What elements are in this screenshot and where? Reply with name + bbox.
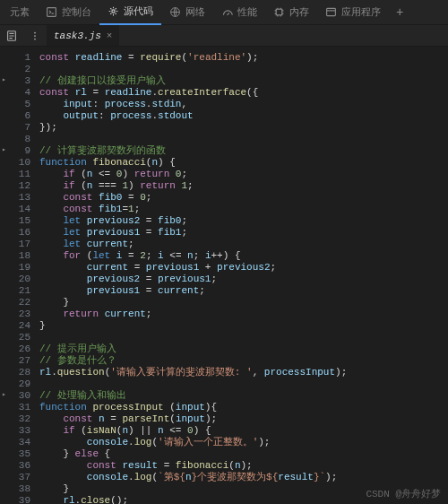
- svg-point-6: [34, 31, 36, 33]
- memory-icon: [273, 6, 285, 18]
- tab-sources[interactable]: 源代码: [99, 0, 161, 25]
- file-tab-row: task3.js ×: [0, 25, 448, 47]
- code-editor[interactable]: ▸▸▸ 123456789101112131415161718192021222…: [0, 47, 448, 504]
- tab-memory[interactable]: 内存: [265, 0, 317, 25]
- add-tab-button[interactable]: +: [389, 5, 410, 20]
- fold-gutter: ▸▸▸: [0, 47, 9, 504]
- sources-icon: [108, 5, 119, 17]
- file-tab-label: task3.js: [54, 30, 101, 41]
- tab-network[interactable]: 网络: [161, 0, 213, 25]
- performance-icon: [221, 6, 233, 18]
- svg-rect-0: [47, 8, 56, 17]
- svg-point-7: [34, 35, 36, 37]
- page-icon[interactable]: [5, 30, 18, 42]
- tab-application[interactable]: 应用程序: [317, 0, 389, 25]
- close-tab-icon[interactable]: ×: [107, 30, 113, 41]
- tab-elements[interactable]: 元素: [2, 0, 38, 25]
- tab-console[interactable]: 控制台: [38, 0, 99, 25]
- vertical-dots-icon[interactable]: [29, 30, 41, 42]
- application-icon: [325, 6, 337, 18]
- svg-point-8: [34, 38, 36, 39]
- tab-performance[interactable]: 性能: [213, 0, 265, 25]
- svg-point-1: [112, 10, 115, 13]
- svg-rect-4: [327, 8, 336, 15]
- svg-rect-3: [276, 9, 282, 15]
- console-icon: [46, 6, 57, 18]
- code-area[interactable]: const readline = require('readline'); //…: [39, 47, 448, 504]
- line-number-gutter: 1234567891011121314151617181920212223242…: [9, 47, 39, 504]
- file-tab[interactable]: task3.js ×: [47, 25, 119, 46]
- devtools-tabs: 元素 控制台 源代码 网络 性能 内存 应用程序 +: [0, 0, 448, 25]
- network-icon: [169, 6, 181, 18]
